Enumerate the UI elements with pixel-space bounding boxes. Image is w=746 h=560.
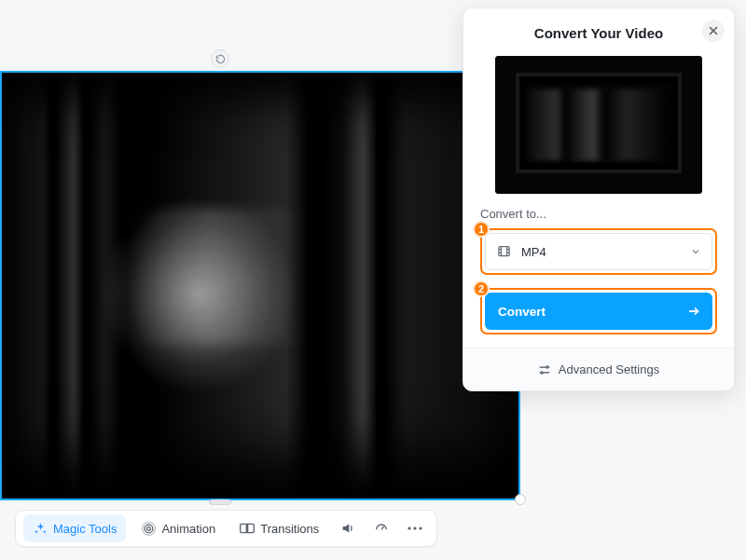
convert-to-label: Convert to... [480,207,717,221]
rotate-handle[interactable] [211,49,229,68]
sliders-icon [538,363,551,376]
svg-point-10 [541,371,543,373]
svg-point-6 [414,526,417,529]
magic-tools-label: Magic Tools [53,522,117,536]
advanced-settings-label: Advanced Settings [559,362,659,376]
step-1-highlight: 1 MP4 [480,228,717,275]
volume-button[interactable] [334,514,362,542]
svg-point-0 [147,526,151,530]
arrow-right-icon [688,307,699,316]
more-icon [408,521,422,536]
close-icon [709,26,718,35]
transitions-button[interactable]: Transitions [230,514,328,542]
svg-point-9 [546,365,548,367]
step-badge-1: 1 [473,221,490,238]
format-value: MP4 [521,245,682,259]
video-canvas[interactable] [0,71,520,500]
thumbnail-blur [529,89,669,160]
convert-button-label: Convert [498,305,546,319]
video-vignette-decor [2,73,518,499]
svg-point-7 [420,526,422,529]
convert-panel: Convert Your Video Convert to... 1 MP4 2… [463,7,735,391]
animation-button[interactable]: Animation [131,514,225,542]
sparkle-icon [33,521,48,536]
transitions-icon [240,521,255,536]
svg-point-1 [145,525,153,533]
more-button[interactable] [401,514,429,542]
svg-point-5 [408,526,411,529]
svg-rect-8 [499,247,509,256]
film-icon [497,244,512,259]
format-dropdown[interactable]: MP4 [485,233,712,270]
speed-button[interactable] [367,514,395,542]
transitions-label: Transitions [260,522,319,536]
resize-handle-bottom-right[interactable] [515,494,526,505]
panel-title: Convert Your Video [480,25,717,41]
close-button[interactable] [702,20,725,42]
volume-icon [340,521,355,536]
animation-label: Animation [161,522,215,536]
resize-handle-bottom-edge[interactable] [209,499,231,505]
speed-icon [374,521,389,536]
step-2-highlight: 2 Convert [480,288,717,335]
animation-icon [141,521,156,536]
video-thumbnail [495,56,702,194]
advanced-settings-button[interactable]: Advanced Settings [463,348,734,390]
clip-toolbar: Magic Tools Animation Transitions [15,510,437,547]
convert-button[interactable]: Convert [485,293,712,330]
step-badge-2: 2 [473,280,490,297]
magic-tools-button[interactable]: Magic Tools [23,514,126,542]
chevron-down-icon [691,247,700,256]
